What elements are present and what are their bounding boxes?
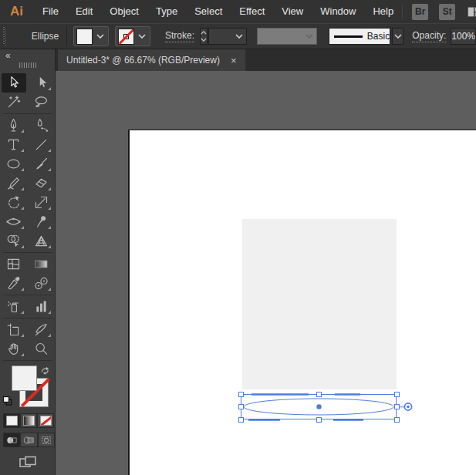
graphic-style-chevron-button[interactable]	[392, 28, 403, 45]
selection-handle[interactable]	[316, 417, 322, 423]
style-name-label: Basic	[367, 31, 390, 42]
fill-color-swatch[interactable]	[76, 29, 93, 45]
chevron-down-icon[interactable]	[235, 34, 243, 39]
puppet-warp-tool-button[interactable]	[29, 212, 53, 231]
eraser-tool-button[interactable]	[29, 173, 53, 193]
menu-object[interactable]: Object	[101, 0, 147, 23]
stroke-weight-dropdown[interactable]	[208, 28, 247, 45]
gradient-button[interactable]	[20, 413, 37, 428]
draw-inside-button[interactable]	[38, 433, 55, 447]
type-tool-button[interactable]	[2, 135, 26, 154]
default-fill-stroke-icon[interactable]	[2, 396, 13, 406]
opacity-value-field[interactable]: 100%	[451, 28, 476, 45]
change-screen-mode-button[interactable]	[18, 455, 38, 470]
draw-behind-button[interactable]	[20, 433, 37, 447]
width-tool-button[interactable]	[2, 212, 26, 231]
panel-drag-grip[interactable]	[19, 62, 36, 68]
tools-panel-header: «	[0, 49, 55, 71]
fill-color-control[interactable]	[73, 26, 109, 46]
ellipse-tool-button[interactable]	[2, 154, 26, 173]
stepper-down-icon[interactable]	[201, 38, 207, 42]
stroke-color-control[interactable]	[115, 26, 150, 46]
canvas-viewport	[56, 71, 476, 475]
brush-definition-dropdown-disabled	[257, 28, 317, 45]
selection-tool-button[interactable]	[2, 73, 26, 93]
tool-group-divider	[3, 318, 52, 318]
draw-normal-button[interactable]	[3, 433, 20, 447]
options-divider	[66, 26, 67, 46]
menu-bar: Ai File Edit Object Type Select Effect V…	[0, 0, 476, 23]
rotate-tool-button[interactable]	[2, 193, 26, 212]
collapse-panel-button[interactable]: «	[5, 50, 10, 61]
gradient-tool-button[interactable]	[29, 254, 53, 274]
tool-group-divider	[3, 252, 52, 253]
color-button[interactable]	[3, 413, 20, 428]
drawing-mode-buttons	[3, 433, 55, 447]
tool-group-divider	[3, 113, 52, 114]
close-icon[interactable]: ×	[231, 56, 237, 66]
eyedropper-tool-button[interactable]	[2, 274, 26, 293]
swap-fill-stroke-icon[interactable]	[39, 365, 51, 376]
chevron-down-icon	[306, 34, 313, 39]
fill-proxy-swatch[interactable]	[12, 366, 37, 391]
canvas-layer	[56, 71, 476, 475]
chevron-down-icon[interactable]	[96, 34, 104, 39]
menu-window[interactable]: Window	[312, 0, 364, 23]
stroke-weight-label[interactable]: Stroke:	[165, 30, 194, 42]
workspace-switcher-button[interactable]	[466, 4, 476, 19]
menu-select[interactable]: Select	[186, 0, 231, 23]
panel-grip-handle[interactable]	[3, 27, 6, 45]
lasso-tool-button[interactable]	[29, 93, 53, 112]
document-tab[interactable]: Untitled-3* @ 66.67% (RGB/Preview) ×	[58, 49, 245, 71]
control-panel: Ellipse Stroke: Basic Opacity: 100%	[0, 23, 476, 49]
menu-type[interactable]: Type	[147, 0, 186, 23]
bridge-button[interactable]: Br	[412, 4, 428, 20]
shape-builder-tool-button[interactable]	[2, 231, 26, 251]
menu-edit[interactable]: Edit	[67, 0, 101, 23]
line-segment-tool-button[interactable]	[29, 135, 53, 154]
selection-handle[interactable]	[394, 404, 400, 409]
magic-wand-tool-button[interactable]	[2, 93, 26, 112]
chevron-down-icon[interactable]	[138, 34, 146, 39]
perspective-grid-tool-button[interactable]	[29, 231, 53, 251]
fill-stroke-proxy	[0, 364, 55, 410]
menu-effect[interactable]: Effect	[231, 0, 273, 23]
menu-view[interactable]: View	[273, 0, 312, 23]
mesh-tool-button[interactable]	[2, 254, 26, 274]
selection-handle[interactable]	[394, 417, 400, 423]
stock-button[interactable]: St	[439, 4, 455, 20]
blend-tool-button[interactable]	[29, 274, 53, 293]
stroke-weight-stepper[interactable]	[200, 28, 208, 45]
hand-tool-button[interactable]	[2, 339, 26, 359]
curvature-tool-button[interactable]	[29, 116, 53, 135]
stepper-up-icon[interactable]	[201, 31, 207, 35]
menu-file[interactable]: File	[34, 0, 67, 23]
screen-mode-icon	[19, 456, 37, 470]
scale-tool-button[interactable]	[29, 193, 53, 212]
illustrator-logo: Ai	[10, 4, 23, 19]
pie-widget-handle-dot	[407, 406, 410, 409]
selection-handle[interactable]	[316, 392, 322, 397]
none-button[interactable]	[37, 413, 54, 428]
tool-group-divider	[3, 295, 52, 295]
selection-handle[interactable]	[238, 404, 244, 409]
tools-panel: «	[0, 49, 56, 475]
selection-handle[interactable]	[238, 392, 244, 397]
document-area: Untitled-3* @ 66.67% (RGB/Preview) ×	[56, 49, 476, 475]
graphic-style-dropdown[interactable]: Basic	[329, 28, 390, 45]
chevron-down-icon[interactable]	[394, 34, 402, 39]
artboard-tool-button[interactable]	[2, 320, 26, 339]
pen-tool-button[interactable]	[2, 116, 26, 135]
menu-help[interactable]: Help	[364, 0, 402, 23]
shaper-tool-button[interactable]	[2, 173, 26, 193]
selection-handle[interactable]	[238, 417, 244, 423]
zoom-tool-button[interactable]	[29, 339, 53, 359]
stroke-color-swatch-none[interactable]	[118, 29, 134, 45]
selection-handle[interactable]	[394, 392, 400, 397]
direct-selection-tool-button[interactable]	[29, 73, 53, 93]
paintbrush-tool-button[interactable]	[29, 154, 53, 173]
column-graph-tool-button[interactable]	[29, 297, 53, 316]
opacity-label[interactable]: Opacity:	[412, 30, 446, 42]
symbol-sprayer-tool-button[interactable]	[2, 297, 26, 316]
slice-tool-button[interactable]	[29, 320, 53, 339]
